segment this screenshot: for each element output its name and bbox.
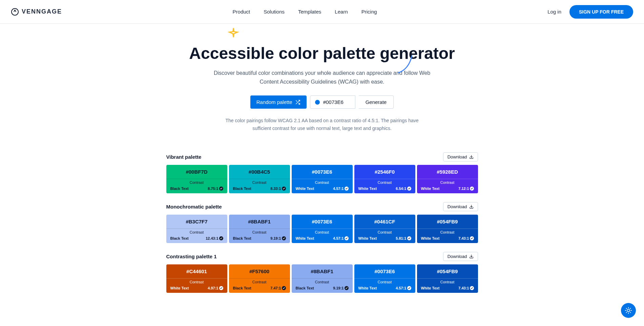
check-icon (345, 236, 349, 240)
swatch-row: #B3C7F7ContrastBlack Text12.43:1#8BABF1C… (166, 215, 478, 243)
color-swatch[interactable]: #B3C7F7ContrastBlack Text12.43:1 (166, 215, 227, 243)
color-swatch[interactable]: #0461CFContrastWhite Text5.81:1 (354, 215, 415, 243)
check-icon (345, 187, 349, 191)
color-swatch[interactable]: #054FB9ContrastWhite Text7.43:1 (417, 264, 478, 293)
shuffle-icon (295, 100, 300, 105)
swatch-hex-label: #B3C7F7 (166, 215, 227, 229)
nav-templates[interactable]: Templates (298, 9, 321, 15)
brand-text: VENNGAGE (22, 8, 62, 15)
palette-header: Vibrant paletteDownload (166, 152, 478, 161)
text-color-label: Black Text (170, 187, 189, 191)
check-icon (470, 286, 474, 290)
contrast-ratio: 7.43:1 (458, 286, 474, 290)
color-swatch[interactable]: #C44601ContrastWhite Text4.97:1 (166, 264, 227, 293)
color-swatch[interactable]: #054FB9ContrastWhite Text7.43:1 (417, 215, 478, 243)
check-icon (219, 236, 223, 240)
palette-title: Vibrant palette (166, 154, 202, 160)
contrast-label: Contrast (166, 179, 227, 185)
contrast-ratio: 5.81:1 (396, 236, 411, 240)
hex-input[interactable] (323, 99, 350, 105)
contrast-label: Contrast (354, 279, 415, 285)
swatch-hex-label: #8BABF1 (292, 264, 353, 278)
swatch-row: #00BF7DContrastBlack Text8.75:1#00B4C5Co… (166, 165, 478, 193)
check-icon (345, 286, 349, 290)
hero: Accessible color palette generator Disco… (119, 24, 525, 152)
star-decor-icon (227, 27, 240, 39)
download-icon (469, 254, 474, 259)
check-icon (470, 187, 474, 191)
swatch-hex-label: #F57600 (229, 264, 290, 278)
check-icon (407, 286, 411, 290)
color-swatch[interactable]: #8BABF1ContrastBlack Text9.19:1 (229, 215, 290, 243)
page-title: Accessible color palette generator (126, 44, 519, 63)
hex-input-group (310, 95, 355, 109)
swatch-info-row: Black Text9.19:1 (229, 235, 290, 243)
contrast-ratio: 12.43:1 (206, 236, 223, 240)
text-color-label: White Text (296, 187, 314, 191)
swatch-hex-label: #054FB9 (417, 215, 478, 229)
color-swatch[interactable]: #0073E6ContrastWhite Text4.57:1 (292, 165, 353, 193)
chat-icon (625, 307, 632, 314)
contrast-ratio: 9.19:1 (333, 286, 348, 290)
nav-product[interactable]: Product (233, 9, 250, 15)
palette-block: Monochromatic paletteDownload#B3C7F7Cont… (166, 202, 478, 243)
check-icon (407, 187, 411, 191)
logo-icon (11, 8, 19, 16)
color-swatch[interactable]: #0073E6ContrastWhite Text4.57:1 (354, 264, 415, 293)
logo[interactable]: VENNGAGE (11, 8, 62, 16)
signup-button[interactable]: SIGN UP FOR FREE (569, 5, 633, 19)
palette-block: Vibrant paletteDownload#00BF7DContrastBl… (166, 152, 478, 193)
generate-button[interactable]: Generate (359, 95, 394, 109)
swatch-hex-label: #0461CF (354, 215, 415, 229)
contrast-label: Contrast (292, 179, 353, 185)
swatch-info-row: White Text7.43:1 (417, 285, 478, 293)
contrast-ratio: 9.19:1 (270, 236, 286, 240)
contrast-ratio: 7.12:1 (458, 187, 474, 191)
check-icon (407, 236, 411, 240)
swatch-info-row: Black Text9.19:1 (292, 285, 353, 293)
swatch-hex-label: #8BABF1 (229, 215, 290, 229)
text-color-label: Black Text (233, 187, 251, 191)
download-button[interactable]: Download (443, 152, 478, 161)
contrast-ratio: 7.43:1 (458, 236, 474, 240)
contrast-ratio: 4.57:1 (333, 187, 348, 191)
swatch-hex-label: #5928ED (417, 165, 478, 179)
color-swatch[interactable]: #00B4C5ContrastBlack Text8.33:1 (229, 165, 290, 193)
main-nav: Product Solutions Templates Learn Pricin… (233, 9, 377, 15)
swatch-info-row: Black Text8.33:1 (229, 185, 290, 193)
color-swatch[interactable]: #8BABF1ContrastBlack Text9.19:1 (292, 264, 353, 293)
download-icon (469, 155, 474, 159)
download-icon (469, 204, 474, 209)
check-icon (219, 286, 223, 290)
color-swatch[interactable]: #0073E6ContrastWhite Text4.57:1 (292, 215, 353, 243)
color-swatch[interactable]: #F57600ContrastBlack Text7.47:1 (229, 264, 290, 293)
text-color-label: White Text (358, 187, 377, 191)
text-color-label: Black Text (170, 236, 189, 240)
check-icon (282, 286, 286, 290)
color-swatch[interactable]: #5928EDContrastWhite Text7.12:1 (417, 165, 478, 193)
download-label: Download (448, 254, 467, 259)
contrast-ratio: 4.57:1 (396, 286, 411, 290)
swatch-info-row: Black Text12.43:1 (166, 235, 227, 243)
contrast-label: Contrast (166, 229, 227, 235)
color-swatch[interactable]: #2546F0ContrastWhite Text6.54:1 (354, 165, 415, 193)
swatch-hex-label: #C44601 (166, 264, 227, 278)
nav-pricing[interactable]: Pricing (361, 9, 377, 15)
nav-learn[interactable]: Learn (335, 9, 348, 15)
random-palette-button[interactable]: Random palette (250, 95, 307, 109)
random-btn-label: Random palette (256, 99, 292, 105)
chat-button[interactable] (621, 303, 636, 318)
contrast-label: Contrast (229, 229, 290, 235)
login-link[interactable]: Log in (547, 9, 561, 15)
text-color-label: Black Text (233, 236, 251, 240)
color-swatch[interactable]: #00BF7DContrastBlack Text8.75:1 (166, 165, 227, 193)
swatch-hex-label: #0073E6 (292, 215, 353, 229)
download-button[interactable]: Download (443, 202, 478, 211)
swatch-info-row: White Text5.81:1 (354, 235, 415, 243)
contrast-ratio: 4.97:1 (208, 286, 223, 290)
download-button[interactable]: Download (443, 252, 478, 261)
swoosh-decor-icon (397, 54, 414, 74)
nav-solutions[interactable]: Solutions (264, 9, 285, 15)
contrast-label: Contrast (417, 229, 478, 235)
swatch-info-row: White Text4.57:1 (292, 185, 353, 193)
